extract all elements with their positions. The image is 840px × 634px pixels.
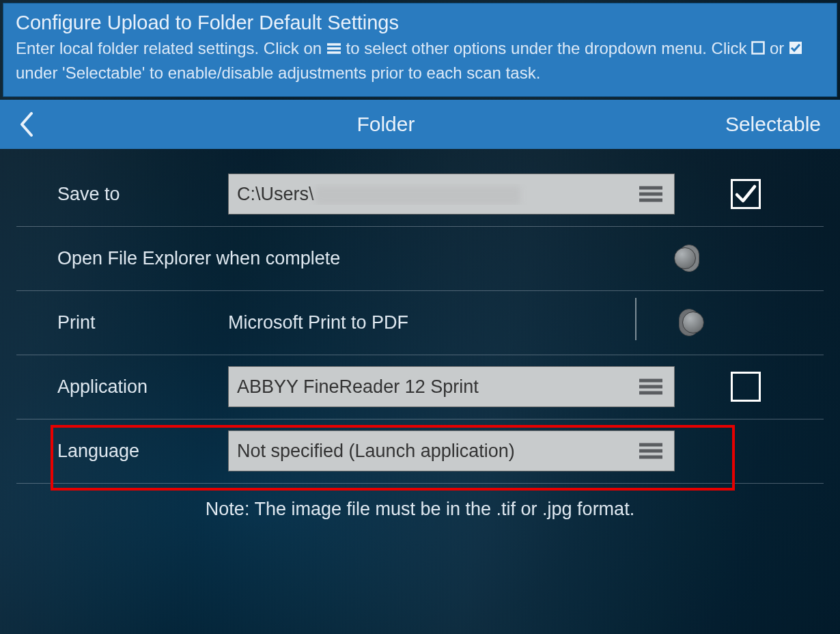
hamburger-icon — [636, 377, 666, 396]
application-dropdown[interactable]: ABBYY FineReader 12 Sprint — [228, 366, 675, 407]
label-application: Application — [16, 376, 228, 398]
toggle-knob — [682, 312, 704, 333]
instruction-panel: Configure Upload to Folder Default Setti… — [3, 3, 837, 97]
footer-note: Note: The image file must be in the .tif… — [16, 484, 824, 520]
back-button[interactable] — [19, 112, 46, 137]
svg-rect-3 — [753, 42, 764, 54]
label-print: Print — [16, 312, 228, 333]
desc-text-2: to select other options under the dropdo… — [346, 39, 752, 57]
toggle-knob — [674, 247, 696, 269]
panel-description: Enter local folder related settings. Cli… — [16, 37, 824, 85]
save-to-selectable-checkbox[interactable] — [731, 179, 761, 209]
title-bar: Folder Selectable — [0, 100, 840, 149]
language-dropdown[interactable]: Not specified (Launch application) — [228, 430, 675, 471]
vertical-divider — [635, 298, 636, 340]
row-application: Application ABBYY FineReader 12 Sprint — [16, 355, 824, 419]
checkbox-empty-icon — [751, 38, 765, 61]
redacted-path — [316, 186, 520, 205]
print-toggle[interactable] — [679, 309, 699, 336]
hamburger-icon — [636, 184, 666, 204]
print-value: Microsoft Print to PDF — [228, 312, 679, 333]
label-save-to: Save to — [16, 184, 228, 205]
row-open-explorer: Open File Explorer when complete — [16, 227, 824, 291]
hamburger-icon — [326, 38, 341, 61]
application-value: ABBYY FineReader 12 Sprint — [237, 376, 636, 398]
row-save-to: Save to C:\Users\ — [16, 163, 824, 227]
panel-title: Configure Upload to Folder Default Setti… — [16, 12, 824, 34]
language-value: Not specified (Launch application) — [237, 441, 636, 462]
save-to-path-prefix: C:\Users\ — [237, 184, 314, 204]
desc-text-3: or — [770, 39, 789, 57]
desc-text-4: under 'Selectable' to enable/disable adj… — [16, 64, 540, 82]
save-to-dropdown[interactable]: C:\Users\ — [228, 174, 675, 215]
settings-list: Save to C:\Users\ Open File Explorer — [0, 149, 840, 520]
application-selectable-checkbox[interactable] — [731, 372, 761, 402]
hamburger-icon — [636, 441, 666, 460]
label-language: Language — [16, 441, 228, 462]
desc-text-1: Enter local folder related settings. Cli… — [16, 39, 326, 57]
save-to-value: C:\Users\ — [237, 184, 636, 205]
checkbox-checked-icon — [789, 38, 802, 61]
check-icon — [733, 182, 758, 206]
selectable-column-header: Selectable — [725, 113, 821, 136]
open-explorer-toggle[interactable] — [679, 245, 699, 272]
chevron-left-icon — [19, 112, 34, 137]
page-title: Folder — [46, 113, 725, 136]
row-print: Print Microsoft Print to PDF — [16, 291, 824, 355]
label-open-explorer: Open File Explorer when complete — [16, 248, 679, 269]
row-language: Language Not specified (Launch applicati… — [16, 419, 824, 484]
